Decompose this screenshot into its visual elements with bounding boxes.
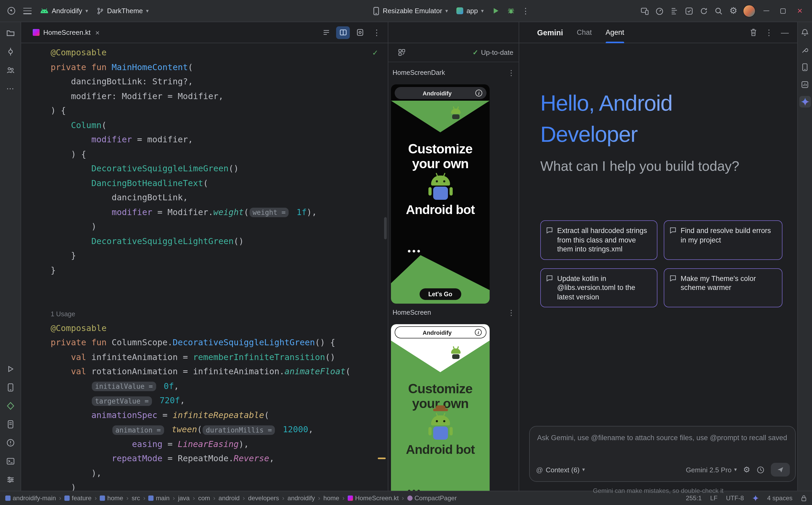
window-maximize-button[interactable] [775,3,791,18]
notifications-bell-icon[interactable] [799,26,811,38]
commit-tool-icon[interactable] [3,45,17,58]
code-line[interactable]: modifier: Modifier = Modifier, [51,89,351,103]
gemini-tool-icon[interactable] [799,96,811,108]
search-everywhere-icon[interactable] [712,4,725,18]
gradle-tool-icon[interactable] [799,44,811,55]
pull-requests-tool-icon[interactable] [3,63,17,77]
code-line[interactable]: easing = LinearEasing), [51,437,351,451]
tab-agent[interactable]: Agent [605,22,624,43]
app-insights-tool-icon[interactable] [799,78,811,90]
split-view-icon[interactable] [336,26,350,39]
user-avatar[interactable] [741,4,757,18]
tab-chat[interactable]: Chat [577,22,592,43]
breadcrumb-item[interactable]: home [323,494,339,502]
context-chip[interactable]: @ Context (6) ▾ [536,466,585,474]
run-tool-icon[interactable] [3,362,17,376]
code-line[interactable]: DecorativeSquiggleLimeGreen() [51,161,351,176]
problems-tool-icon[interactable] [3,436,17,450]
code-line[interactable]: ) [51,219,351,234]
code-line[interactable]: @Composable [51,45,351,60]
hide-panel-icon[interactable]: — [781,28,789,37]
window-minimize-button[interactable] [758,3,774,18]
code-line[interactable]: ) { [51,147,351,161]
ai-status-icon[interactable] [752,495,759,501]
running-devices-tool-icon[interactable] [3,381,17,394]
code-line[interactable]: DecorativeSquiggleLightGreen() [51,234,351,248]
tab-close-icon[interactable]: × [95,28,100,37]
suggestion-card-build-errors[interactable]: Find and resolve build errors in my proj… [664,220,783,260]
code-line[interactable]: modifier = modifier, [51,132,351,147]
code-line[interactable]: ) { [51,103,351,118]
breadcrumb-item[interactable]: main [148,494,169,502]
device-mirroring-icon[interactable] [638,4,652,18]
file-encoding[interactable]: UTF-8 [726,494,744,502]
window-close-button[interactable]: × [792,3,808,18]
ai-troubleshoot-icon[interactable] [682,4,696,18]
editor-scrollbar[interactable] [384,217,387,239]
preview-phone-dark[interactable]: Androidify i Customize your own Android … [391,85,490,304]
version-control-tool-icon[interactable] [3,473,17,487]
code-line[interactable]: ) [51,480,351,491]
code-line[interactable]: private fun ColumnScope.DecorativeSquigg… [51,335,351,350]
code-line[interactable]: dancingBotLink, [51,190,351,205]
preview-menu-icon[interactable]: ⋮ [507,308,515,317]
line-separator[interactable]: LF [710,494,717,502]
code-line[interactable]: val infiniteAnimation = rememberInfinite… [51,350,351,364]
design-view-icon[interactable] [353,26,367,39]
code-line[interactable]: targetValue = 720f, [51,393,351,408]
code-line[interactable]: } [51,248,351,263]
gemini-prompt-input[interactable] [537,432,788,443]
code-line[interactable]: @Composable [51,321,351,335]
model-selector[interactable]: Gemini 2.5 Pro ▾ [686,466,737,474]
inspections-ok-icon[interactable]: ✓ [372,48,378,57]
suggestion-card-theme[interactable]: Make my Theme's color scheme warmer [664,268,783,307]
code-line[interactable]: 1 Usage [51,306,351,321]
project-selector[interactable]: Androidify ▾ [36,3,92,18]
build-tool-icon[interactable] [3,399,17,413]
code-line[interactable]: dancingBotLink: String?, [51,74,351,89]
breadcrumb-item[interactable]: home [100,494,123,502]
caret-position[interactable]: 255:1 [686,494,702,502]
code-editor[interactable]: @Composableprivate fun MainHomeContent( … [21,43,388,491]
editor-tab-homescreen[interactable]: HomeScreen.kt × [29,22,103,43]
preview-gallery-icon[interactable] [396,47,407,58]
settings-gear-icon[interactable]: ⚙ [726,4,740,18]
preview-phone-light[interactable]: Androidify i Customize your own [391,324,490,491]
main-menu-icon[interactable] [19,3,35,18]
breadcrumb-item[interactable]: HomeScreen.kt [348,494,398,502]
code-line[interactable]: initialValue = 0f, [51,379,351,393]
suggestion-card-strings[interactable]: Extract all hardcoded strings from this … [540,220,658,260]
profiler-icon[interactable] [653,4,666,18]
debug-button[interactable] [504,3,518,18]
code-line[interactable]: repeatMode = RepeatMode.Reverse, [51,451,351,466]
project-tool-icon[interactable] [3,26,17,40]
delete-conversation-icon[interactable] [750,28,757,36]
app-logo-icon[interactable] [4,3,18,18]
send-button[interactable] [771,463,790,477]
code-line[interactable]: animationSpec = infiniteRepeatable( [51,408,351,422]
code-line[interactable]: ), [51,466,351,480]
sync-gradle-icon[interactable] [697,4,711,18]
breadcrumb-item[interactable]: com [198,494,210,502]
indent-setting[interactable]: 4 spaces [767,494,793,502]
editor-more-icon[interactable]: ⋮ [370,26,383,39]
breadcrumb-item[interactable]: CompactPager [407,494,457,502]
device-explorer-tool-icon[interactable] [3,417,17,431]
preview-menu-icon[interactable]: ⋮ [507,68,515,77]
run-button[interactable] [489,3,503,18]
app-inspection-icon[interactable] [668,4,681,18]
breadcrumb-item[interactable]: android [218,494,240,502]
code-line[interactable]: } [51,263,351,277]
code-line[interactable]: modifier = Modifier.weight(weight = 1f), [51,205,351,219]
gemini-settings-icon[interactable]: ⚙ [743,466,750,474]
code-view-icon[interactable] [319,26,333,39]
code-line[interactable]: animation = tween(durationMillis = 12000… [51,422,351,437]
device-manager-tool-icon[interactable] [799,61,811,73]
vcs-branch-selector[interactable]: DarkTheme ▾ [93,3,152,18]
run-configuration-selector[interactable]: app ▾ [453,3,487,18]
code-line[interactable]: DancingBotHeadlineText( [51,176,351,190]
lets-go-button[interactable]: Let's Go [419,288,461,300]
terminal-tool-icon[interactable] [3,454,17,468]
code-line[interactable] [51,292,351,306]
suggestion-card-update-kotlin[interactable]: Update kotlin in @libs.version.toml to t… [540,268,658,307]
